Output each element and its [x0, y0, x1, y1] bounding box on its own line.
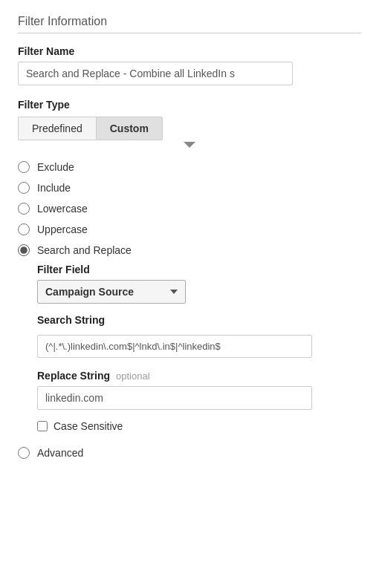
tab-predefined[interactable]: Predefined [18, 117, 96, 140]
radio-option-advanced[interactable]: Advanced [18, 447, 361, 459]
radio-option-exclude[interactable]: Exclude [18, 161, 361, 173]
radio-include[interactable] [18, 182, 30, 194]
replace-string-row: Replace String optional [37, 370, 361, 382]
radio-lowercase-label: Lowercase [37, 203, 88, 215]
radio-exclude-label: Exclude [37, 161, 74, 173]
radio-group: Exclude Include Lowercase Uppercase Sear… [18, 161, 361, 256]
radio-uppercase-label: Uppercase [37, 223, 88, 235]
radio-exclude[interactable] [18, 161, 30, 173]
radio-option-include[interactable]: Include [18, 182, 361, 194]
case-sensitive-label: Case Sensitive [54, 420, 123, 432]
section-title: Filter Information [18, 15, 361, 33]
replace-string-input[interactable] [37, 386, 312, 410]
sub-section-filter-field: Filter Field Campaign Source Search Stri… [37, 264, 361, 432]
replace-string-label: Replace String [37, 370, 110, 382]
search-string-section: Search String [37, 314, 361, 358]
case-sensitive-checkbox[interactable] [37, 421, 48, 431]
radio-option-uppercase[interactable]: Uppercase [18, 223, 361, 235]
radio-advanced[interactable] [18, 447, 30, 459]
radio-uppercase[interactable] [18, 223, 30, 235]
search-string-input[interactable] [37, 335, 312, 358]
filter-field-value: Campaign Source [45, 286, 134, 298]
radio-lowercase[interactable] [18, 203, 30, 215]
filter-name-input[interactable] [18, 62, 293, 85]
radio-option-search-replace[interactable]: Search and Replace [18, 244, 361, 256]
radio-include-label: Include [37, 182, 71, 194]
dropdown-chevron-icon [170, 290, 178, 294]
filter-field-label: Filter Field [37, 264, 361, 275]
advanced-section: Advanced [18, 447, 361, 459]
tab-dropdown-arrow [184, 142, 195, 148]
radio-search-replace[interactable] [18, 244, 30, 256]
tab-custom[interactable]: Custom [96, 117, 163, 140]
radio-option-lowercase[interactable]: Lowercase [18, 203, 361, 215]
replace-string-optional: optional [116, 370, 150, 382]
filter-type-label: Filter Type [18, 99, 361, 111]
radio-advanced-label: Advanced [37, 447, 83, 459]
case-sensitive-row: Case Sensitive [37, 420, 361, 432]
filter-field-dropdown[interactable]: Campaign Source [37, 280, 186, 304]
filter-type-tabs: Predefined Custom [18, 117, 361, 140]
filter-name-label: Filter Name [18, 45, 361, 57]
search-string-label: Search String [37, 314, 361, 326]
radio-search-replace-label: Search and Replace [37, 244, 132, 256]
